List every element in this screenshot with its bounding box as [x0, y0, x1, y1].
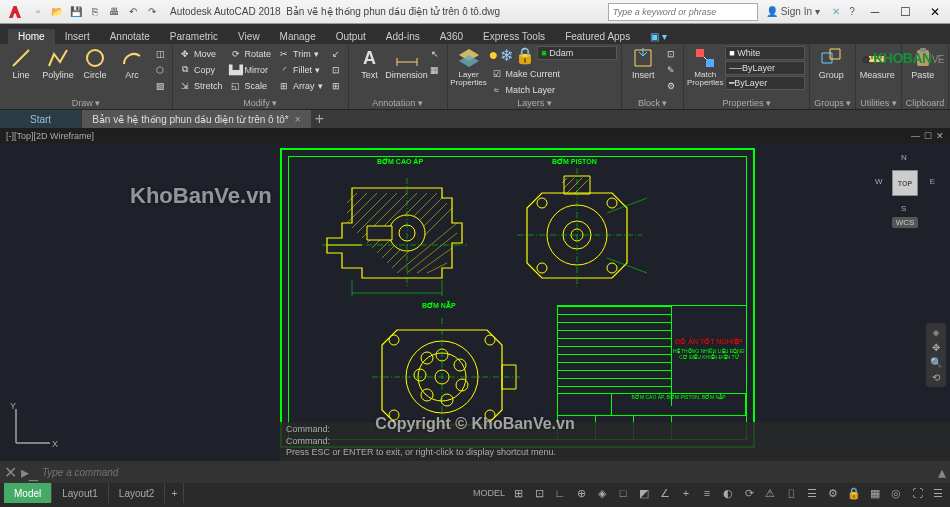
layer-properties-button[interactable]: Layer Properties — [452, 46, 486, 94]
tab-annotate[interactable]: Annotate — [100, 29, 160, 44]
cycling-icon[interactable]: ⟳ — [741, 485, 757, 501]
osnap-toggle-icon[interactable]: □ — [615, 485, 631, 501]
modify-ext2[interactable]: ⊡ — [328, 62, 344, 77]
save-icon[interactable]: 💾 — [68, 4, 84, 20]
search-input[interactable] — [608, 3, 758, 21]
redo-icon[interactable]: ↷ — [144, 4, 160, 20]
new-icon[interactable]: ▫ — [30, 4, 46, 20]
drawing-canvas[interactable]: KhoBanVe.vn BƠM CAO ÁP BƠM PISTON BƠM NẮ… — [0, 143, 950, 461]
tab-focus[interactable]: ▣ ▾ — [640, 29, 677, 44]
text-button[interactable]: AText — [353, 46, 387, 94]
quickprops-icon[interactable]: ☰ — [804, 485, 820, 501]
measure-button[interactable]: Measure — [860, 46, 894, 94]
modify-ext3[interactable]: ⊞ — [328, 78, 344, 93]
color-dropdown[interactable]: ■ White — [725, 46, 805, 60]
command-input[interactable] — [42, 467, 934, 478]
stretch-button[interactable]: ⇲Stretch — [177, 78, 225, 93]
vp-min[interactable]: — — [911, 131, 920, 141]
start-tab[interactable]: Start — [0, 110, 81, 128]
mirror-button[interactable]: ▙▟Mirror — [228, 62, 274, 77]
layer-dropdown[interactable]: ■ Ddam — [537, 46, 617, 60]
arc-button[interactable]: Arc — [115, 46, 149, 94]
open-icon[interactable]: 📂 — [49, 4, 65, 20]
app-icon[interactable] — [4, 1, 26, 23]
zoom-icon[interactable]: 🔍 — [930, 357, 942, 368]
pan-icon[interactable]: ✥ — [932, 342, 940, 353]
lineweight-toggle-icon[interactable]: ≡ — [699, 485, 715, 501]
tab-manage[interactable]: Manage — [270, 29, 326, 44]
circle-button[interactable]: Circle — [78, 46, 112, 94]
saveas-icon[interactable]: ⎘ — [87, 4, 103, 20]
transparency-icon[interactable]: ◐ — [720, 485, 736, 501]
rotate-button[interactable]: ⟳Rotate — [228, 46, 274, 61]
leader-button[interactable]: ↖ — [427, 46, 443, 61]
make-current-button[interactable]: ☑Make Current — [489, 66, 618, 81]
freeze-icon[interactable]: ❄ — [500, 46, 513, 65]
polar-toggle-icon[interactable]: ⊕ — [573, 485, 589, 501]
scale-button[interactable]: ◱Scale — [228, 78, 274, 93]
snap-toggle-icon[interactable]: ⊡ — [531, 485, 547, 501]
tab-home[interactable]: Home — [8, 29, 55, 44]
linetype-dropdown[interactable]: ── ByLayer — [725, 61, 805, 75]
group-button[interactable]: Group — [814, 46, 848, 94]
customize-icon[interactable]: ☰ — [930, 485, 946, 501]
vp-max[interactable]: ☐ — [924, 131, 932, 141]
signin-button[interactable]: 👤 Sign In ▾ — [766, 6, 820, 17]
status-model[interactable]: MODEL — [473, 488, 505, 498]
match-properties-button[interactable]: Match Properties — [688, 46, 722, 94]
undo-icon[interactable]: ↶ — [125, 4, 141, 20]
layout-tab-1[interactable]: Layout1 — [52, 483, 109, 503]
new-tab-button[interactable]: + — [311, 110, 329, 128]
trim-button[interactable]: ✂Trim ▾ — [276, 46, 325, 61]
line-button[interactable]: Line — [4, 46, 38, 94]
isodraft-icon[interactable]: ◈ — [594, 485, 610, 501]
copy-button[interactable]: ⧉Copy — [177, 62, 225, 77]
tab-a360[interactable]: A360 — [430, 29, 473, 44]
otrack-icon[interactable]: ∠ — [657, 485, 673, 501]
draw-more2[interactable]: ⬡ — [152, 62, 168, 77]
help-icon[interactable]: ? — [844, 4, 860, 20]
draw-more3[interactable]: ▨ — [152, 78, 168, 93]
tab-express[interactable]: Express Tools — [473, 29, 555, 44]
fillet-button[interactable]: ◜Fillet ▾ — [276, 62, 325, 77]
tab-parametric[interactable]: Parametric — [160, 29, 228, 44]
table-button[interactable]: ▦ — [427, 62, 443, 77]
maximize-button[interactable]: ☐ — [890, 0, 920, 24]
dimension-button[interactable]: Dimension — [390, 46, 424, 94]
close-button[interactable]: ✕ — [920, 0, 950, 24]
create-block-button[interactable]: ⊡ — [663, 46, 679, 61]
edit-block-button[interactable]: ✎ — [663, 62, 679, 77]
insert-button[interactable]: Insert — [626, 46, 660, 94]
array-button[interactable]: ⊞Array ▾ — [276, 78, 325, 93]
layout-tab-model[interactable]: Model — [4, 483, 52, 503]
units-icon[interactable]: ⌷ — [783, 485, 799, 501]
dyn-input-icon[interactable]: + — [678, 485, 694, 501]
ucs-icon[interactable]: Y X — [8, 401, 58, 453]
edit-attr-button[interactable]: ⚙ — [663, 78, 679, 93]
lineweight-dropdown[interactable]: ━ ByLayer — [725, 76, 805, 90]
3dosnap-icon[interactable]: ◩ — [636, 485, 652, 501]
bulb-icon[interactable]: ● — [489, 46, 499, 65]
close-tab-icon[interactable]: × — [295, 114, 301, 125]
exchange-icon[interactable]: ✕ — [828, 4, 844, 20]
viewport-label[interactable]: [-][Top][2D Wireframe] — [6, 131, 94, 141]
hardware-accel-icon[interactable]: ▦ — [867, 485, 883, 501]
annomonitor-icon[interactable]: ⚠ — [762, 485, 778, 501]
viewcube-top[interactable]: TOP — [892, 170, 918, 196]
layout-tab-2[interactable]: Layout2 — [109, 483, 166, 503]
lock-icon[interactable]: 🔒 — [515, 46, 535, 65]
ortho-toggle-icon[interactable]: ∟ — [552, 485, 568, 501]
modify-ext1[interactable]: ↙ — [328, 46, 344, 61]
orbit-icon[interactable]: ⟲ — [932, 372, 940, 383]
minimize-button[interactable]: ─ — [860, 0, 890, 24]
viewcube[interactable]: TOP N S W E WCS — [870, 153, 940, 228]
tab-insert[interactable]: Insert — [55, 29, 100, 44]
isolate-icon[interactable]: ◎ — [888, 485, 904, 501]
wcs-badge[interactable]: WCS — [892, 217, 919, 228]
draw-more1[interactable]: ◫ — [152, 46, 168, 61]
workspace-icon[interactable]: ⚙ — [825, 485, 841, 501]
cmd-menu-icon[interactable]: ▴ — [938, 463, 946, 482]
cmd-close-icon[interactable]: ✕ — [4, 463, 17, 482]
paste-button[interactable]: Paste — [906, 46, 940, 94]
tab-view[interactable]: View — [228, 29, 270, 44]
